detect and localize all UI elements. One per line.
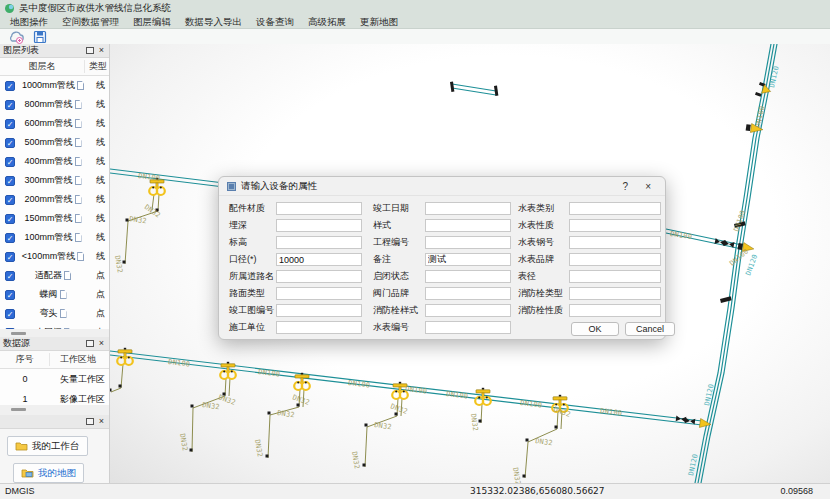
datasource-name: 矢量工作区 [50, 373, 109, 386]
close-panel-icon[interactable]: × [99, 47, 104, 54]
window-title: 吴中度假区市政供水管线信息化系统 [19, 2, 171, 15]
menu-item[interactable]: 设备查询 [249, 16, 301, 28]
field-label: 施工单位 [229, 321, 276, 334]
layer-checkbox[interactable]: ✓ [5, 233, 15, 243]
menu-item[interactable]: 图层编辑 [126, 16, 178, 28]
layer-row[interactable]: ✓150mm管线线 [0, 209, 109, 228]
layer-row[interactable]: ✓200mm管线线 [0, 190, 109, 209]
field-input[interactable] [276, 287, 362, 300]
field-input[interactable] [425, 236, 511, 249]
field-input[interactable] [425, 321, 511, 334]
splitter-handle[interactable] [0, 329, 109, 337]
close-panel-icon[interactable]: × [99, 340, 104, 347]
layer-name: 适配器 [15, 269, 91, 282]
layer-row[interactable]: ✓<100mm管线线 [0, 247, 109, 266]
field-input[interactable] [276, 304, 362, 317]
my-map-button[interactable]: 我的地图 [13, 463, 84, 483]
layer-row[interactable]: ✓500mm管线线 [0, 133, 109, 152]
layer-row[interactable]: ✓100mm管线线 [0, 228, 109, 247]
field-input[interactable] [425, 219, 511, 232]
field-input[interactable] [425, 270, 511, 283]
document-icon [75, 233, 82, 242]
cloud-upload-icon[interactable] [7, 29, 25, 45]
my-workbench-button[interactable]: 我的工作台 [7, 436, 88, 456]
ok-button[interactable]: OK [571, 322, 619, 336]
dialog-field-row: 所属道路名 [229, 268, 362, 285]
field-input[interactable] [569, 304, 661, 317]
close-panel-icon[interactable]: × [99, 418, 104, 425]
layer-row[interactable]: ✓蝶阀点 [0, 285, 109, 304]
field-input[interactable] [425, 202, 511, 215]
layer-type: 线 [91, 250, 109, 263]
layer-row[interactable]: ✓弯头点 [0, 304, 109, 323]
datasource-row[interactable]: 1影像工作区 [0, 389, 109, 405]
layer-row[interactable]: ✓800mm管线线 [0, 95, 109, 114]
field-label: 水表类别 [518, 202, 569, 215]
cancel-button[interactable]: Cancel [625, 322, 675, 336]
layer-row[interactable]: ✓600mm管线线 [0, 114, 109, 133]
datasource-row[interactable]: 0矢量工作区 [0, 369, 109, 389]
dialog-field-row: 备注 [373, 251, 511, 268]
float-panel-icon[interactable] [86, 418, 94, 425]
menu-item[interactable]: 地图操作 [3, 16, 55, 28]
field-input[interactable] [569, 219, 661, 232]
field-input[interactable] [276, 202, 362, 215]
layer-checkbox[interactable]: ✓ [5, 119, 15, 129]
menu-item[interactable]: 高级拓展 [301, 16, 353, 28]
layer-checkbox[interactable]: ✓ [5, 100, 15, 110]
dialog-close-button[interactable]: × [639, 181, 657, 192]
hydrant-symbol [220, 362, 236, 379]
layer-checkbox[interactable]: ✓ [5, 290, 15, 300]
dialog-field-row: 水表性质 [518, 217, 661, 234]
pipe-node [755, 92, 762, 97]
layer-checkbox[interactable]: ✓ [5, 81, 15, 91]
layer-row[interactable]: ✓300mm管线线 [0, 171, 109, 190]
field-input[interactable] [569, 236, 661, 249]
field-input[interactable] [569, 202, 661, 215]
dialog-title: 请输入设备的属性 [241, 180, 612, 193]
field-input[interactable] [569, 253, 661, 266]
pipe-diameter-label: DN100 [348, 379, 371, 390]
layer-checkbox[interactable]: ✓ [5, 214, 15, 224]
layer-checkbox[interactable]: ✓ [5, 195, 15, 205]
dialog-help-button[interactable]: ? [617, 181, 635, 192]
field-input[interactable] [425, 304, 511, 317]
field-input[interactable] [276, 270, 362, 283]
float-panel-icon[interactable] [86, 340, 94, 347]
field-input[interactable] [425, 287, 511, 300]
document-icon [75, 176, 82, 185]
field-input[interactable] [569, 270, 661, 283]
pipe-diameter-label: DN32 [217, 393, 236, 407]
layer-checkbox[interactable]: ✓ [5, 176, 15, 186]
splitter-handle[interactable] [0, 405, 109, 415]
pipe-diameter-label: DN32 [535, 437, 554, 447]
branch-node [363, 464, 366, 467]
field-input[interactable] [276, 236, 362, 249]
layer-type: 线 [91, 155, 109, 168]
layer-checkbox[interactable]: ✓ [5, 271, 15, 281]
field-input[interactable] [425, 253, 511, 266]
layer-checkbox[interactable]: ✓ [5, 157, 15, 167]
field-input[interactable] [276, 253, 362, 266]
dialog-field-row: 水表类别 [518, 200, 661, 217]
layer-row[interactable]: ✓1000mm管线线 [0, 76, 109, 95]
layer-checkbox[interactable]: ✓ [5, 252, 15, 262]
float-panel-icon[interactable] [86, 47, 94, 54]
pipe-diameter-label: DN32 [511, 467, 522, 483]
dialog-title-bar[interactable]: 请输入设备的属性 ? × [219, 177, 665, 196]
pipe-diameter-label: DN32 [113, 255, 124, 274]
field-input[interactable] [276, 219, 362, 232]
field-label: 所属道路名 [229, 270, 276, 283]
field-input[interactable] [569, 287, 661, 300]
layer-checkbox[interactable]: ✓ [5, 138, 15, 148]
layer-row[interactable]: ✓适配器点 [0, 266, 109, 285]
layer-checkbox[interactable]: ✓ [5, 309, 15, 319]
layer-name: 100mm管线 [15, 231, 91, 244]
layer-row[interactable]: ✓400mm管线线 [0, 152, 109, 171]
field-input[interactable] [276, 321, 362, 334]
datasource-index: 0 [0, 374, 50, 384]
menu-item[interactable]: 更新地图 [353, 16, 405, 28]
menu-item[interactable]: 空间数据管理 [55, 16, 126, 28]
save-icon[interactable] [32, 29, 48, 45]
menu-item[interactable]: 数据导入导出 [178, 16, 249, 28]
